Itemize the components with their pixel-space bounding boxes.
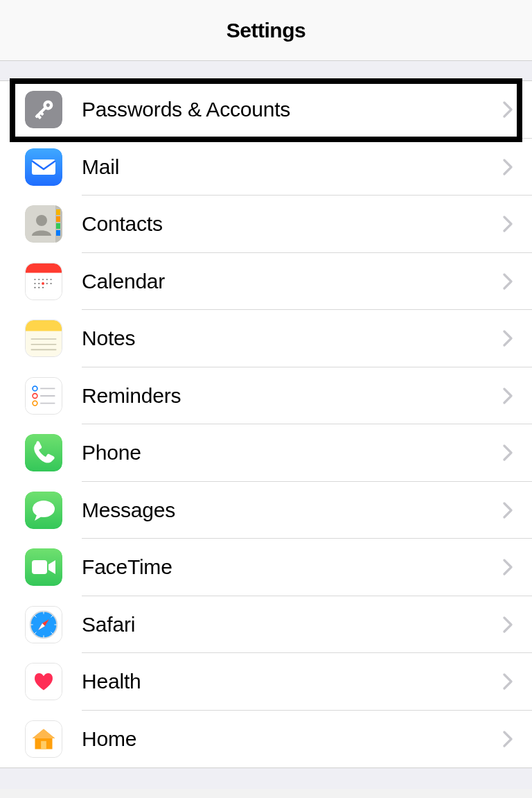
row-messages[interactable]: Messages xyxy=(0,482,532,539)
row-label: FaceTime xyxy=(62,555,503,579)
svg-rect-10 xyxy=(56,209,60,215)
svg-point-42 xyxy=(33,501,55,517)
svg-rect-44 xyxy=(32,560,47,574)
phone-icon xyxy=(25,434,62,471)
mail-icon xyxy=(25,148,62,186)
row-label: Health xyxy=(62,670,503,693)
row-health[interactable]: Health xyxy=(0,653,532,711)
row-label: Passwords & Accounts xyxy=(62,98,503,121)
health-icon xyxy=(25,663,62,700)
chevron-right-icon xyxy=(503,216,513,232)
row-label: Safari xyxy=(62,613,503,636)
svg-point-21 xyxy=(35,283,36,284)
row-contacts[interactable]: Contacts xyxy=(0,196,532,253)
page-title: Settings xyxy=(227,19,305,42)
svg-point-27 xyxy=(42,286,44,288)
chevron-right-icon xyxy=(503,330,513,347)
svg-rect-12 xyxy=(56,223,60,229)
svg-point-19 xyxy=(46,279,48,280)
row-facetime[interactable]: FaceTime xyxy=(0,539,532,596)
svg-rect-40 xyxy=(25,434,62,471)
svg-point-24 xyxy=(51,283,52,284)
svg-rect-13 xyxy=(56,230,60,236)
home-icon xyxy=(25,720,62,758)
row-label: Home xyxy=(62,727,503,751)
notes-icon xyxy=(25,320,62,357)
bottom-spacer xyxy=(0,768,532,789)
svg-point-23 xyxy=(46,283,48,284)
row-label: Mail xyxy=(62,155,503,179)
row-label: Notes xyxy=(62,327,503,350)
svg-point-17 xyxy=(38,279,39,280)
messages-icon xyxy=(25,492,62,529)
chevron-right-icon xyxy=(503,616,513,633)
svg-rect-11 xyxy=(56,216,60,222)
chevron-right-icon xyxy=(503,101,513,118)
contacts-icon xyxy=(25,205,62,243)
chevron-right-icon xyxy=(503,731,513,747)
svg-point-20 xyxy=(51,279,52,280)
row-reminders[interactable]: Reminders xyxy=(0,367,532,425)
reminders-icon xyxy=(25,377,62,415)
svg-point-22 xyxy=(38,283,39,284)
row-label: Calendar xyxy=(62,270,503,293)
chevron-right-icon xyxy=(503,502,513,519)
row-safari[interactable]: Safari xyxy=(0,596,532,654)
chevron-right-icon xyxy=(503,673,513,690)
chevron-right-icon xyxy=(503,159,513,175)
svg-point-25 xyxy=(35,286,36,288)
svg-rect-58 xyxy=(41,741,46,749)
row-notes[interactable]: Notes xyxy=(0,310,532,367)
row-label: Messages xyxy=(62,498,503,522)
chevron-right-icon xyxy=(503,559,513,575)
row-mail[interactable]: Mail xyxy=(0,139,532,196)
row-passwords-accounts[interactable]: Passwords & Accounts xyxy=(0,81,532,139)
row-phone[interactable]: Phone xyxy=(0,424,532,482)
row-label: Contacts xyxy=(62,212,503,236)
facetime-icon xyxy=(25,548,62,586)
svg-point-16 xyxy=(35,279,36,280)
key-icon xyxy=(25,91,62,128)
svg-point-26 xyxy=(38,286,39,288)
chevron-right-icon xyxy=(503,444,513,461)
calendar-icon xyxy=(25,263,62,300)
row-home[interactable]: Home xyxy=(0,711,532,768)
svg-point-14 xyxy=(36,215,47,226)
settings-list: Passwords & Accounts Mail xyxy=(0,80,532,768)
chevron-right-icon xyxy=(503,388,513,404)
safari-icon xyxy=(25,606,62,643)
svg-rect-7 xyxy=(32,159,55,175)
svg-point-18 xyxy=(42,279,44,280)
row-calendar[interactable]: Calendar xyxy=(0,253,532,311)
section-spacer xyxy=(0,61,532,80)
svg-point-28 xyxy=(42,282,44,285)
header: Settings xyxy=(0,0,532,61)
row-label: Phone xyxy=(62,441,503,465)
row-label: Reminders xyxy=(62,384,503,408)
chevron-right-icon xyxy=(503,273,513,290)
